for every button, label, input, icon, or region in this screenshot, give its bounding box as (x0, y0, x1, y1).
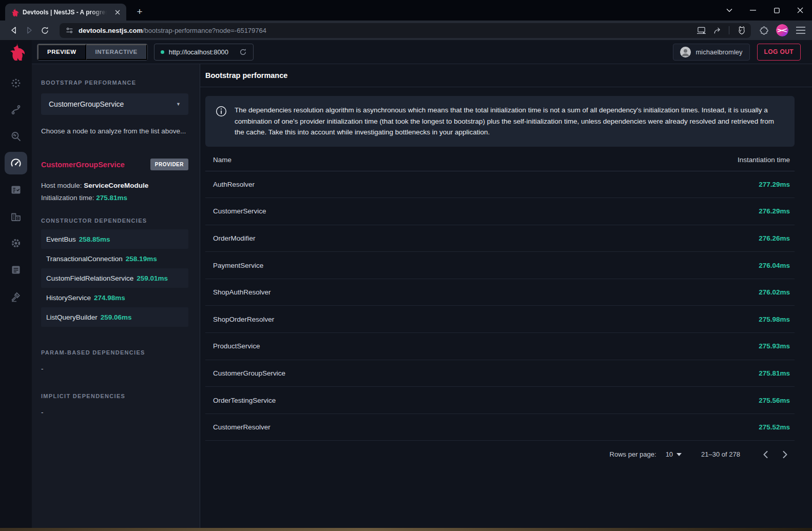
table-row: ShopAuthResolver 276.02ms (205, 279, 795, 306)
rows-per-page-label: Rows per page: (610, 450, 656, 458)
desktop-background-edge (0, 528, 812, 531)
reload-button[interactable] (37, 23, 52, 38)
modules-icon (10, 211, 22, 222)
node-panel: BOOTSTRAP PERFORMANCE CustomerGroupServi… (32, 64, 200, 528)
row-node-name: OrderTestingService (213, 397, 276, 404)
param-deps-empty: - (41, 365, 188, 372)
dependency-time: 259.06ms (101, 313, 132, 321)
gavel-icon (10, 291, 22, 302)
table-row: CustomerService 276.29ms (205, 198, 795, 225)
tab-close-icon[interactable] (113, 8, 122, 17)
settings-icon (10, 238, 22, 249)
fact-check-icon (10, 184, 22, 195)
info-box: The dependencies resolution algorithm is… (205, 96, 795, 147)
nav-settings[interactable] (5, 232, 27, 254)
nestjs-logo[interactable] (0, 40, 32, 64)
info-icon (216, 106, 227, 117)
dependency-name: EventBus (46, 235, 76, 243)
node-select-value: CustomerGroupService (49, 100, 124, 108)
browser-toolbar: devtools.nestjs.com/bootstrap-performanc… (0, 21, 812, 40)
row-instantiation-time: 276.04ms (759, 262, 790, 269)
next-page-button[interactable] (775, 445, 795, 464)
previous-page-button[interactable] (756, 445, 775, 464)
tab-title: Devtools | NestJS - A progressive (23, 9, 109, 16)
dependency-time: 258.19ms (126, 255, 157, 263)
performance-table: Name Instantiation time AuthResolver 277… (205, 149, 795, 468)
routes-icon (10, 104, 22, 115)
site-settings-icon[interactable] (66, 27, 73, 34)
node-select[interactable]: CustomerGroupService ▼ (41, 93, 188, 115)
window-close-button[interactable] (788, 0, 812, 21)
dependency-item[interactable]: EventBus 258.85ms (41, 229, 188, 249)
init-time-value: 275.81ms (96, 194, 127, 202)
forward-button[interactable] (22, 23, 37, 38)
row-node-name: OrderModifier (213, 234, 256, 242)
back-button[interactable] (6, 23, 22, 38)
constructor-deps-list: EventBus 258.85ms TransactionalConnectio… (41, 229, 188, 327)
logout-button[interactable]: LOG OUT (757, 44, 801, 61)
brave-shields-icon[interactable] (736, 26, 745, 35)
nav-modules[interactable] (5, 205, 27, 228)
browser-profile-avatar[interactable] (776, 24, 788, 36)
nestjs-favicon (10, 8, 18, 16)
panel-hint: Choose a node to analyze from the list a… (41, 126, 188, 137)
status-dot (161, 50, 164, 54)
dependency-time: 259.01ms (137, 274, 168, 282)
provider-badge: PROVIDER (150, 159, 188, 170)
param-deps-title: PARAM-BASED DEPENDENCIES (41, 349, 188, 356)
tab-search-icon[interactable] (718, 0, 741, 21)
app-header: PREVIEW INTERACTIVE http://localhost:800… (32, 40, 812, 64)
share-icon[interactable] (713, 26, 722, 35)
query-stats-icon (10, 131, 22, 142)
selected-node-name: CustomerGroupService (41, 161, 125, 169)
nav-audits[interactable] (5, 179, 27, 201)
row-node-name: AuthResolver (213, 181, 255, 188)
page-title: Bootstrap performance (205, 71, 287, 80)
row-instantiation-time: 277.29ms (759, 181, 790, 188)
graph-icon (10, 77, 22, 89)
nav-graph[interactable] (5, 72, 27, 94)
browser-tab[interactable]: Devtools | NestJS - A progressive (5, 4, 126, 21)
dependency-time: 274.98ms (94, 294, 125, 302)
table-row: CustomerResolver 275.52ms (205, 414, 795, 441)
nav-routes[interactable] (5, 99, 27, 121)
preview-button[interactable]: PREVIEW (37, 44, 86, 60)
dependency-item[interactable]: HistoryService 274.98ms (41, 288, 188, 307)
window-maximize-button[interactable] (765, 0, 788, 21)
row-instantiation-time: 275.81ms (759, 369, 790, 377)
nav-inspect[interactable] (5, 125, 27, 148)
dependency-item[interactable]: TransactionalConnection 258.19ms (41, 249, 188, 268)
table-row: OrderModifier 276.26ms (205, 225, 795, 252)
implicit-deps-title: IMPLICIT DEPENDENCIES (41, 393, 188, 399)
dependency-name: CustomFieldRelationService (46, 274, 133, 282)
nav-build[interactable] (5, 285, 27, 308)
chevron-down-icon (676, 453, 682, 456)
info-text: The dependencies resolution algorithm is… (235, 105, 784, 138)
user-chip[interactable]: michaelbromley (673, 44, 749, 61)
row-instantiation-time: 275.93ms (759, 342, 790, 350)
row-instantiation-time: 275.56ms (759, 397, 790, 404)
row-node-name: PaymentService (213, 262, 263, 269)
pagination-range: 21–30 of 278 (701, 450, 740, 458)
target-url-box[interactable]: http://localhost:8000 (154, 44, 254, 61)
new-tab-button[interactable]: + (133, 7, 146, 16)
interactive-button[interactable]: INTERACTIVE (86, 44, 147, 60)
refresh-icon[interactable] (239, 48, 247, 56)
send-to-device-icon[interactable] (697, 26, 706, 35)
divider (729, 26, 729, 34)
nav-performance[interactable] (5, 152, 27, 174)
row-node-name: ShopOrderResolver (213, 316, 274, 323)
nav-docs[interactable] (5, 259, 27, 281)
implicit-deps-empty: - (41, 408, 188, 416)
rows-per-page-select[interactable]: 10 (666, 450, 682, 458)
extensions-icon[interactable] (759, 26, 769, 35)
menu-icon[interactable] (796, 26, 806, 34)
row-instantiation-time: 276.02ms (759, 288, 790, 296)
row-node-name: CustomerResolver (213, 423, 270, 431)
dependency-item[interactable]: ListQueryBuilder 259.06ms (41, 307, 188, 327)
table-row: CustomerGroupService 275.81ms (205, 360, 795, 387)
constructor-deps-title: CONSTRUCTOR DEPENDENCIES (41, 218, 188, 224)
url-bar[interactable]: devtools.nestjs.com/bootstrap-performanc… (60, 23, 751, 38)
window-minimize-button[interactable] (741, 0, 765, 21)
dependency-item[interactable]: CustomFieldRelationService 259.01ms (41, 268, 188, 288)
